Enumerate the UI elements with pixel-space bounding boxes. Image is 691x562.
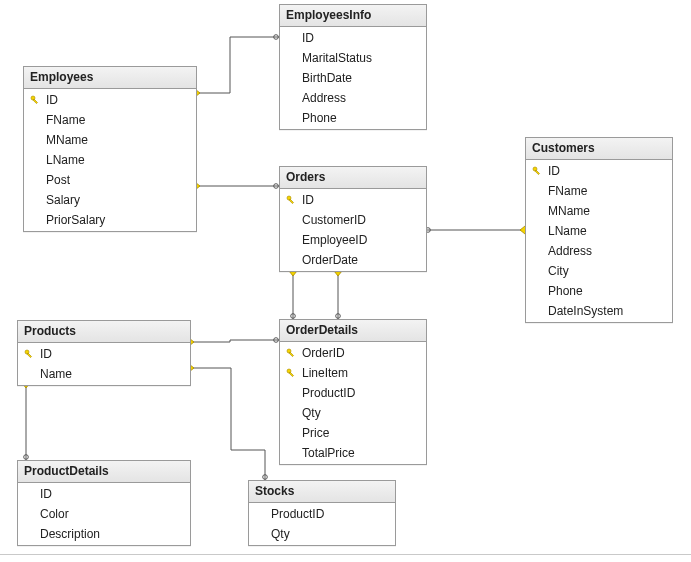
table-customers[interactable]: CustomersIDFNameMNameLNameAddressCityPho…: [525, 137, 673, 323]
table-columns: ProductIDQty: [249, 503, 395, 545]
column-icon: [284, 233, 298, 247]
column-row[interactable]: ID: [24, 90, 196, 110]
column-icon: [284, 426, 298, 440]
table-header[interactable]: Products: [18, 321, 190, 343]
column-row[interactable]: Color: [18, 504, 190, 524]
column-icon: [284, 253, 298, 267]
column-label: Qty: [302, 405, 420, 421]
column-row[interactable]: LName: [24, 150, 196, 170]
column-row[interactable]: Address: [526, 241, 672, 261]
table-header[interactable]: Customers: [526, 138, 672, 160]
column-row[interactable]: ID: [526, 161, 672, 181]
column-row[interactable]: Phone: [280, 108, 426, 128]
table-columns: IDName: [18, 343, 190, 385]
column-label: LName: [548, 223, 666, 239]
column-row[interactable]: Salary: [24, 190, 196, 210]
column-icon: [284, 51, 298, 65]
column-row[interactable]: ID: [18, 344, 190, 364]
column-row[interactable]: CustomerID: [280, 210, 426, 230]
column-row[interactable]: MName: [24, 130, 196, 150]
table-employees[interactable]: EmployeesIDFNameMNameLNamePostSalaryPrio…: [23, 66, 197, 232]
column-label: Address: [302, 90, 420, 106]
column-icon: [284, 386, 298, 400]
svg-rect-12: [289, 352, 294, 357]
column-label: Color: [40, 506, 184, 522]
connector-employees-employeesinfo: [195, 37, 279, 93]
column-row[interactable]: Post: [24, 170, 196, 190]
column-row[interactable]: ID: [280, 190, 426, 210]
key-icon: [284, 366, 298, 380]
column-icon: [284, 446, 298, 460]
table-header[interactable]: ProductDetails: [18, 461, 190, 483]
column-row[interactable]: EmployeeID: [280, 230, 426, 250]
column-row[interactable]: TotalPrice: [280, 443, 426, 463]
column-icon: [530, 204, 544, 218]
column-label: Qty: [271, 526, 389, 542]
column-icon: [22, 527, 36, 541]
column-row[interactable]: BirthDate: [280, 68, 426, 88]
table-header[interactable]: OrderDetails: [280, 320, 426, 342]
column-row[interactable]: LineItem: [280, 363, 426, 383]
connector-products-stocks: [189, 368, 265, 480]
column-row[interactable]: OrderDate: [280, 250, 426, 270]
column-row[interactable]: LName: [526, 221, 672, 241]
column-row[interactable]: ID: [18, 484, 190, 504]
key-icon: [22, 347, 36, 361]
table-stocks[interactable]: StocksProductIDQty: [248, 480, 396, 546]
column-row[interactable]: Qty: [249, 524, 395, 544]
column-row[interactable]: FName: [526, 181, 672, 201]
column-row[interactable]: Price: [280, 423, 426, 443]
table-columns: IDMaritalStatusBirthDateAddressPhone: [280, 27, 426, 129]
column-icon: [22, 367, 36, 381]
column-icon: [22, 487, 36, 501]
column-label: Description: [40, 526, 184, 542]
table-orders[interactable]: OrdersIDCustomerIDEmployeeIDOrderDate: [279, 166, 427, 272]
table-productdetails[interactable]: ProductDetailsIDColorDescription: [17, 460, 191, 546]
column-icon: [22, 507, 36, 521]
column-label: ID: [548, 163, 666, 179]
column-row[interactable]: FName: [24, 110, 196, 130]
table-products[interactable]: ProductsIDName: [17, 320, 191, 386]
table-columns: IDCustomerIDEmployeeIDOrderDate: [280, 189, 426, 271]
column-row[interactable]: Phone: [526, 281, 672, 301]
column-row[interactable]: PriorSalary: [24, 210, 196, 230]
column-label: EmployeeID: [302, 232, 420, 248]
column-row[interactable]: ID: [280, 28, 426, 48]
connector-products-orderdetails: [189, 340, 279, 342]
column-row[interactable]: Name: [18, 364, 190, 384]
column-row[interactable]: City: [526, 261, 672, 281]
column-row[interactable]: MName: [526, 201, 672, 221]
table-header[interactable]: EmployeesInfo: [280, 5, 426, 27]
column-label: MaritalStatus: [302, 50, 420, 66]
column-row[interactable]: Qty: [280, 403, 426, 423]
column-icon: [530, 224, 544, 238]
column-icon: [284, 111, 298, 125]
table-header[interactable]: Employees: [24, 67, 196, 89]
column-label: Price: [302, 425, 420, 441]
column-label: MName: [46, 132, 190, 148]
column-icon: [530, 184, 544, 198]
column-row[interactable]: DateInSystem: [526, 301, 672, 321]
table-orderdetails[interactable]: OrderDetailsOrderIDLineItemProductIDQtyP…: [279, 319, 427, 465]
column-icon: [284, 31, 298, 45]
column-icon: [28, 213, 42, 227]
column-row[interactable]: ProductID: [280, 383, 426, 403]
column-row[interactable]: Address: [280, 88, 426, 108]
key-icon: [284, 346, 298, 360]
column-row[interactable]: ProductID: [249, 504, 395, 524]
column-icon: [284, 71, 298, 85]
table-header[interactable]: Orders: [280, 167, 426, 189]
column-row[interactable]: OrderID: [280, 343, 426, 363]
column-label: Post: [46, 172, 190, 188]
column-label: Address: [548, 243, 666, 259]
table-employeesinfo[interactable]: EmployeesInfoIDMaritalStatusBirthDateAdd…: [279, 4, 427, 130]
column-row[interactable]: MaritalStatus: [280, 48, 426, 68]
column-label: ID: [302, 192, 420, 208]
column-label: CustomerID: [302, 212, 420, 228]
column-icon: [253, 507, 267, 521]
table-columns: OrderIDLineItemProductIDQtyPriceTotalPri…: [280, 342, 426, 464]
column-label: Phone: [548, 283, 666, 299]
column-row[interactable]: Description: [18, 524, 190, 544]
table-header[interactable]: Stocks: [249, 481, 395, 503]
column-icon: [284, 406, 298, 420]
